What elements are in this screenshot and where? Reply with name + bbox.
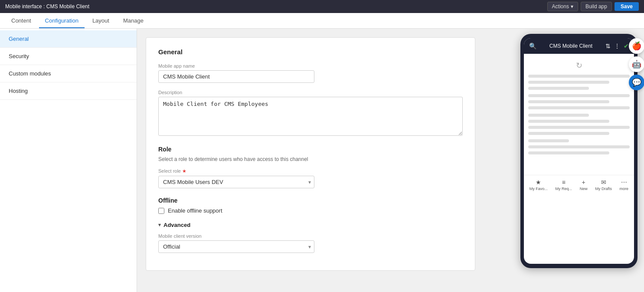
sidebar-item-custom-modules[interactable]: Custom modules — [0, 65, 137, 82]
chevron-down-icon: ▾ — [571, 3, 573, 10]
description-label: Description — [158, 90, 463, 95]
skeleton-line — [528, 114, 589, 117]
skeleton-line — [528, 120, 609, 123]
role-title: Role — [158, 146, 463, 153]
select-role-dropdown[interactable]: CMS Mobile Users DEV Admin User — [158, 176, 314, 188]
main-layout: General Security Custom modules Hosting … — [0, 29, 644, 292]
skeleton-line — [528, 75, 630, 78]
advanced-toggle[interactable]: ▾ Advanced — [158, 222, 463, 228]
build-app-button[interactable]: Build app — [581, 2, 612, 11]
more-dots-icon: ⋯ — [621, 179, 627, 186]
platform-icons: 🍎 🤖 💬 — [629, 38, 644, 90]
mobile-client-version-wrap: Official Beta Latest ▾ — [158, 240, 314, 253]
plus-icon: + — [582, 179, 585, 186]
advanced-title: Advanced — [163, 222, 190, 228]
phone-bottombar: ★ My Favo... ≡ My Req... + New ✉ — [524, 175, 634, 193]
phone-bottom-favorites[interactable]: ★ My Favo... — [530, 179, 548, 191]
skeleton-line — [528, 94, 630, 97]
tab-content[interactable]: Content — [5, 14, 37, 28]
mobile-client-version-dropdown[interactable]: Official Beta Latest — [158, 240, 314, 253]
ios-platform-icon[interactable]: 🍎 — [629, 38, 644, 54]
phone-more-icon[interactable]: ⋮ — [614, 43, 620, 49]
phone-bottom-drafts[interactable]: ✉ My Drafts — [595, 179, 612, 191]
preview-area: 🔍 CMS Mobile Client ⇅ ⋮ ✔ ↻ — [514, 29, 644, 292]
skeleton-line — [528, 81, 609, 84]
role-desc: Select a role to determine users who hav… — [158, 156, 463, 162]
skeleton-line — [528, 139, 569, 142]
phone-app-title: CMS Mobile Client — [536, 43, 605, 49]
phone-frame: 🔍 CMS Mobile Client ⇅ ⋮ ✔ ↻ — [520, 34, 637, 268]
phone-loading-icon: ↻ — [528, 58, 630, 75]
build-app-label: Build app — [585, 3, 607, 10]
mobile-client-version-group: Mobile client version Official Beta Late… — [158, 233, 463, 253]
new-label: New — [580, 187, 588, 191]
select-role-label: Select role ★ — [158, 168, 463, 174]
topbar-app-name: CMS Mobile Client — [46, 3, 89, 10]
drafts-label: My Drafts — [595, 187, 612, 191]
actions-button[interactable]: Actions ▾ — [547, 2, 578, 11]
phone-bottom-requests[interactable]: ≡ My Req... — [556, 179, 572, 191]
topbar-actions: Actions ▾ Build app Save — [547, 2, 639, 11]
sidebar: General Security Custom modules Hosting — [0, 29, 137, 292]
form-panel: General Mobile app name Description Mobi… — [146, 37, 475, 271]
offline-checkbox-label: Enable offline support — [168, 207, 222, 214]
sidebar-item-security[interactable]: Security — [0, 48, 137, 65]
required-marker: ★ — [182, 168, 186, 174]
list-icon: ≡ — [562, 179, 566, 186]
phone-content: ↻ — [524, 54, 634, 175]
topbar-title: Mobile interface : CMS Mobile Client — [5, 3, 547, 10]
phone-check-icon: ✔ — [624, 43, 629, 49]
phone-topbar-icons: ⇅ ⋮ ✔ — [605, 43, 629, 49]
requests-label: My Req... — [556, 187, 572, 191]
offline-checkbox-row: Enable offline support — [158, 207, 463, 214]
mobile-app-name-label: Mobile app name — [158, 63, 463, 69]
phone-screen: 🔍 CMS Mobile Client ⇅ ⋮ ✔ ↻ — [524, 38, 634, 264]
phone-search-icon[interactable]: 🔍 — [529, 43, 536, 49]
spacer — [528, 157, 630, 171]
description-group: Description Mobile Client for CMS Employ… — [158, 90, 463, 137]
offline-title: Offline — [158, 197, 463, 204]
skeleton-line — [528, 132, 609, 135]
phone-topbar: 🔍 CMS Mobile Client ⇅ ⋮ ✔ — [524, 38, 634, 54]
tabbar: Content Configuration Layout Manage — [0, 13, 644, 29]
section-title: General — [158, 48, 463, 56]
skeleton-line — [528, 100, 609, 103]
skeleton-line — [528, 87, 589, 90]
save-button[interactable]: Save — [615, 2, 639, 11]
save-label: Save — [621, 3, 633, 10]
chevron-down-icon: ▾ — [158, 222, 161, 228]
skeleton-line — [528, 151, 609, 154]
tab-manage[interactable]: Manage — [117, 14, 150, 28]
phone-share-icon[interactable]: ⇅ — [605, 43, 611, 49]
actions-label: Actions — [552, 3, 569, 10]
topbar-prefix: Mobile interface : — [5, 3, 46, 10]
skeleton-line — [528, 106, 630, 109]
pwa-platform-icon[interactable]: 💬 — [629, 75, 644, 90]
skeleton-line — [528, 145, 630, 148]
skeleton-line — [528, 126, 630, 129]
sidebar-item-general[interactable]: General — [0, 30, 137, 48]
phone-wrapper: 🔍 CMS Mobile Client ⇅ ⋮ ✔ ↻ — [520, 34, 637, 268]
star-icon: ★ — [536, 179, 541, 186]
mobile-app-name-input[interactable] — [158, 70, 314, 83]
tab-layout[interactable]: Layout — [86, 14, 115, 28]
select-role-group: Select role ★ CMS Mobile Users DEV Admin… — [158, 168, 463, 188]
favorites-label: My Favo... — [530, 187, 548, 191]
offline-section: Offline Enable offline support — [158, 197, 463, 214]
more-label: more — [620, 187, 629, 191]
drafts-icon: ✉ — [601, 179, 606, 186]
phone-bottom-new[interactable]: + New — [580, 179, 588, 191]
offline-checkbox[interactable] — [158, 208, 164, 214]
select-role-wrap: CMS Mobile Users DEV Admin User ▾ — [158, 176, 314, 188]
tab-configuration[interactable]: Configuration — [39, 14, 85, 28]
mobile-app-name-group: Mobile app name — [158, 63, 463, 83]
android-platform-icon[interactable]: 🤖 — [629, 56, 644, 72]
topbar: Mobile interface : CMS Mobile Client Act… — [0, 0, 644, 13]
phone-bottom-more[interactable]: ⋯ more — [620, 179, 629, 191]
description-textarea[interactable]: Mobile Client for CMS Employees — [158, 97, 463, 136]
content-area: General Mobile app name Description Mobi… — [137, 29, 514, 292]
mobile-client-version-label: Mobile client version — [158, 233, 463, 239]
sidebar-item-hosting[interactable]: Hosting — [0, 82, 137, 100]
